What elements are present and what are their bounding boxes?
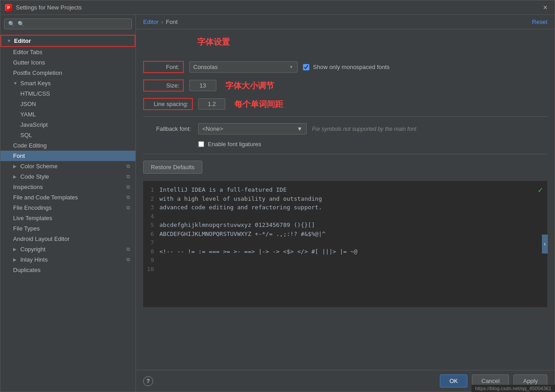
sidebar-item-inspections[interactable]: Inspections ⧉ <box>0 182 135 192</box>
line-spacing-input[interactable] <box>198 98 225 110</box>
fallback-row: Fallback font: <None> ▼ For symbols not … <box>143 123 547 134</box>
code-preview: ✓ 1 IntelliJ IDEA is a full-featured IDE… <box>143 181 547 307</box>
separator <box>143 116 547 117</box>
breadcrumb-parent[interactable]: Editor <box>143 18 159 25</box>
sidebar-item-label: Postfix Completion <box>13 69 62 76</box>
sidebar-item-label: Inspections <box>13 184 43 190</box>
expand-icon-copyright: ▶ <box>13 247 19 252</box>
annotation-font-label: 字体设置 <box>197 37 230 46</box>
sidebar-item-label: Color Scheme <box>20 163 57 170</box>
expand-icon-editor: ▼ <box>7 38 12 43</box>
code-line-1: 1 IntelliJ IDEA is a full-featured IDE <box>143 185 547 194</box>
expand-icon-code-style: ▶ <box>13 174 19 179</box>
sidebar-item-file-code-templates[interactable]: File and Code Templates ⧉ <box>0 192 135 203</box>
font-row: Font: Consolas ▼ Show only monospaced fo… <box>143 61 547 73</box>
sidebar-item-label: Code Editing <box>13 142 47 149</box>
code-line-5: 5 abcdefghijklmnopqrstuvwxyz 0123456789 … <box>143 221 547 230</box>
sidebar-item-file-encodings[interactable]: File Encodings ⧉ <box>0 203 135 213</box>
copy-icon-inspections: ⧉ <box>126 184 130 190</box>
main-content: 🔍 ▼ Editor Editor Tabs Gutter Icons Post… <box>0 15 555 392</box>
restore-defaults-button[interactable]: Restore Defaults <box>143 161 202 174</box>
fallback-value: <None> <box>202 125 223 132</box>
search-input[interactable] <box>18 21 128 27</box>
expand-icon-color-scheme: ▶ <box>13 164 19 169</box>
breadcrumb-separator: › <box>161 18 163 25</box>
sidebar-item-label: HTML/CSS <box>20 90 50 97</box>
expand-panel-button[interactable]: › <box>542 235 548 254</box>
font-label: Font: <box>143 61 184 73</box>
bottom-left: ? <box>143 376 153 386</box>
sidebar-item-gutter-icons[interactable]: Gutter Icons <box>0 57 135 68</box>
code-line-7: 7 <box>143 238 547 247</box>
sidebar-item-editor-tabs[interactable]: Editor Tabs <box>0 47 135 57</box>
sidebar-item-yaml[interactable]: YAML <box>0 109 135 120</box>
search-icon: 🔍 <box>8 21 15 27</box>
sidebar-item-smart-keys[interactable]: ▼ Smart Keys <box>0 78 135 88</box>
fallback-label: Fallback font: <box>143 125 193 132</box>
fallback-hint: For symbols not supported by the main fo… <box>312 126 416 132</box>
ok-button[interactable]: OK <box>440 374 467 387</box>
sidebar-item-color-scheme[interactable]: ▶ Color Scheme ⧉ <box>0 161 135 171</box>
sidebar-item-label: Inlay Hints <box>20 256 48 263</box>
sidebar-item-json[interactable]: JSON <box>0 99 135 109</box>
panel-body: 字体设置 Font: Consolas ▼ Show only monospac… <box>136 29 555 370</box>
search-box[interactable]: 🔍 <box>4 18 132 29</box>
copy-icon-file-encodings: ⧉ <box>126 205 130 211</box>
sidebar-item-editor[interactable]: ▼ Editor <box>0 35 135 47</box>
sidebar-item-duplicates[interactable]: Duplicates <box>0 265 135 275</box>
sidebar-tree: ▼ Editor Editor Tabs Gutter Icons Postfi… <box>0 33 135 392</box>
size-label: Size: <box>143 79 184 92</box>
title-bar: P Settings for New Projects × <box>0 0 555 15</box>
sidebar-item-label: Smart Keys <box>20 80 51 87</box>
code-line-6: 6 ABCDEFGHIJKLMNOPQRSTUVWXYZ +-*/= .,;:!… <box>143 230 547 239</box>
sidebar-item-sql[interactable]: SQL <box>0 130 135 140</box>
copy-icon-file-templates: ⧉ <box>126 194 130 200</box>
sidebar-item-label: SQL <box>20 132 32 138</box>
help-button[interactable]: ? <box>143 376 153 386</box>
expand-icon-inlay-hints: ▶ <box>13 257 19 262</box>
font-select-value: Consolas <box>193 64 218 70</box>
code-line-8: 8 <!-- -- != := === >= >- ==> |-> -> <$>… <box>143 247 547 256</box>
settings-window: P Settings for New Projects × 🔍 ▼ Editor… <box>0 0 555 392</box>
sidebar-item-label: File Types <box>13 225 40 232</box>
breadcrumb: Editor › Font <box>143 18 177 25</box>
line-spacing-label: Line spacing: <box>143 98 193 110</box>
sidebar-item-label: File Encodings <box>13 204 51 211</box>
copy-icon-copyright: ⧉ <box>126 246 130 252</box>
url-bar: https://blog.csdn.net/qq_45004361 <box>471 385 555 392</box>
line-spacing-row: Line spacing: 每个单词间距 <box>143 98 547 110</box>
sidebar-item-postfix-completion[interactable]: Postfix Completion <box>0 68 135 78</box>
copy-icon-code-style: ⧉ <box>126 174 130 180</box>
sidebar-item-label: File and Code Templates <box>13 194 78 201</box>
sidebar-item-label: YAML <box>20 111 36 118</box>
sidebar-item-live-templates[interactable]: Live Templates <box>0 213 135 223</box>
copy-icon-inlay-hints: ⧉ <box>126 257 130 263</box>
breadcrumb-current: Font <box>166 18 177 25</box>
font-select[interactable]: Consolas ▼ <box>189 61 298 73</box>
sidebar-item-label: Editor Tabs <box>13 49 42 55</box>
monospace-checkbox[interactable] <box>303 64 309 70</box>
sidebar-item-label: JavaScript <box>20 121 48 128</box>
sidebar-item-javascript[interactable]: JavaScript <box>0 120 135 130</box>
sidebar-item-font[interactable]: Font <box>0 151 135 161</box>
size-row: Size: 字体大小调节 <box>143 79 547 92</box>
app-icon: P <box>5 4 12 11</box>
separator2 <box>143 154 547 154</box>
size-input[interactable] <box>189 80 216 91</box>
sidebar-item-copyright[interactable]: ▶ Copyright ⧉ <box>0 244 135 254</box>
fallback-select[interactable]: <None> ▼ <box>198 123 307 134</box>
sidebar-item-code-style[interactable]: ▶ Code Style ⧉ <box>0 171 135 182</box>
code-line-2: 2 with a high level of usability and out… <box>143 194 547 203</box>
sidebar-item-code-editing[interactable]: Code Editing <box>0 140 135 151</box>
sidebar-item-label: Duplicates <box>13 267 41 273</box>
monospace-checkbox-row: Show only monospaced fonts <box>303 64 390 70</box>
ligatures-checkbox[interactable] <box>198 141 204 147</box>
sidebar-item-android-layout-editor[interactable]: Android Layout Editor <box>0 234 135 244</box>
sidebar-item-file-types[interactable]: File Types <box>0 223 135 234</box>
code-line-4: 4 <box>143 212 547 221</box>
close-button[interactable]: × <box>541 3 550 13</box>
ligatures-row: Enable font ligatures <box>198 141 547 148</box>
sidebar-item-html-css[interactable]: HTML/CSS <box>0 88 135 99</box>
sidebar-item-inlay-hints[interactable]: ▶ Inlay Hints ⧉ <box>0 254 135 265</box>
reset-button[interactable]: Reset <box>532 18 547 25</box>
